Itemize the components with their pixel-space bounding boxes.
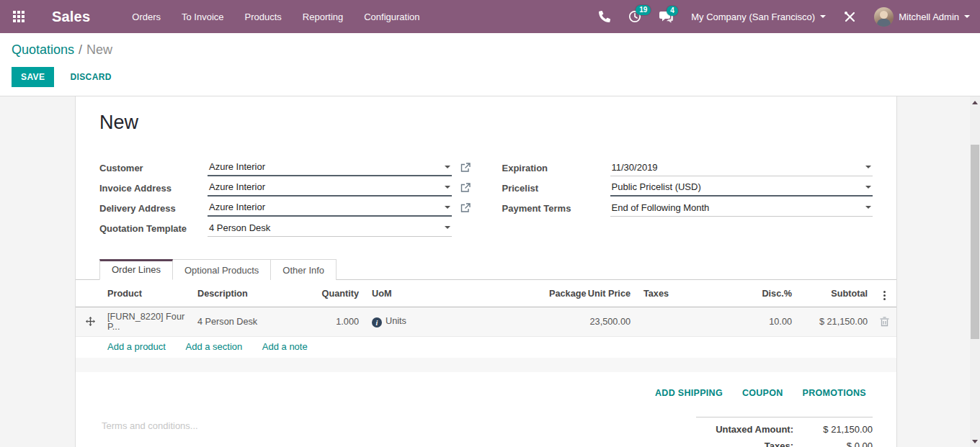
developer-tools-icon[interactable]: [844, 11, 856, 23]
scroll-down-icon[interactable]: [972, 440, 978, 443]
nav-reporting[interactable]: Reporting: [303, 12, 343, 22]
col-product[interactable]: Product: [104, 280, 195, 307]
activities-icon[interactable]: 19: [628, 10, 641, 23]
order-lines-table: Product Description Quantity UoM Package…: [76, 280, 897, 372]
quotation-template-label: Quotation Template: [99, 223, 208, 234]
tab-other-info[interactable]: Other Info: [271, 259, 337, 280]
untaxed-amount-value: $ 21,150.00: [793, 424, 873, 435]
nav-orders[interactable]: Orders: [132, 12, 161, 22]
totals-summary: Untaxed Amount: $ 21,150.00 Taxes: $ 0.0…: [696, 417, 873, 447]
phone-icon[interactable]: [599, 11, 610, 22]
invoice-address-input[interactable]: Azure Interior: [208, 179, 452, 197]
page-title: New: [99, 112, 873, 134]
user-avatar: [874, 7, 894, 27]
quotation-template-field: Quotation Template 4 Person Desk: [99, 218, 471, 238]
delete-line-icon[interactable]: [880, 317, 889, 328]
delivery-address-input[interactable]: Azure Interior: [208, 199, 452, 217]
save-button[interactable]: SAVE: [12, 67, 54, 87]
col-subtotal[interactable]: Subtotal: [795, 280, 870, 307]
payment-terms-field: Payment Terms End of Following Month: [502, 198, 873, 218]
invoice-address-external-link-icon[interactable]: [452, 183, 471, 193]
optional-columns-icon[interactable]: [882, 289, 887, 302]
cell-discount[interactable]: 10.00: [717, 307, 795, 337]
chevron-down-icon: [820, 15, 826, 18]
taxes-label: Taxes:: [765, 441, 793, 447]
user-name: Mitchell Admin: [899, 12, 959, 22]
add-section-link[interactable]: Add a section: [185, 341, 242, 352]
tab-order-lines[interactable]: Order Lines: [99, 259, 173, 280]
col-uom[interactable]: UoM: [362, 280, 455, 307]
add-product-link[interactable]: Add a product: [107, 341, 166, 352]
breadcrumb-quotations[interactable]: Quotations: [12, 42, 74, 57]
order-line-row: [FURN_8220] Four P... 4 Person Desk 1.00…: [76, 307, 897, 337]
nav-configuration[interactable]: Configuration: [364, 12, 419, 22]
col-unit-price[interactable]: Unit Price: [582, 280, 633, 307]
expiration-input[interactable]: 11/30/2019: [610, 160, 873, 176]
dropdown-caret-icon: [865, 166, 871, 168]
untaxed-amount-label: Untaxed Amount:: [716, 424, 793, 435]
terms-placeholder[interactable]: Terms and conditions...: [102, 420, 198, 431]
taxes-value: $ 0.00: [793, 441, 873, 447]
cell-taxes[interactable]: [633, 307, 717, 337]
cell-description[interactable]: 4 Person Desk: [195, 307, 310, 337]
coupon-button[interactable]: COUPON: [742, 388, 783, 398]
table-header-row: Product Description Quantity UoM Package…: [76, 280, 897, 307]
customer-input[interactable]: Azure Interior: [208, 159, 452, 176]
apps-menu-icon[interactable]: [12, 9, 26, 24]
scrollbar-thumb[interactable]: [971, 145, 979, 339]
cell-subtotal[interactable]: $ 21,150.00: [795, 307, 870, 337]
dropdown-caret-icon: [445, 166, 450, 168]
discard-button[interactable]: DISCARD: [67, 67, 114, 87]
invoice-address-label: Invoice Address: [99, 183, 208, 194]
customer-label: Customer: [99, 163, 208, 173]
col-taxes[interactable]: Taxes: [633, 280, 717, 307]
messages-badge: 4: [667, 6, 678, 16]
col-description[interactable]: Description: [195, 280, 310, 307]
nav-products[interactable]: Products: [245, 12, 282, 22]
messages-icon[interactable]: 4: [659, 11, 673, 23]
nav-to-invoice[interactable]: To Invoice: [182, 12, 224, 22]
quotation-sheet: New Customer Azure Interior: [75, 96, 897, 447]
top-navbar: Sales Orders To Invoice Products Reporti…: [0, 0, 980, 33]
expiration-label: Expiration: [502, 163, 610, 173]
breadcrumb: Quotations/New: [12, 42, 968, 58]
notebook-tabs: Order Lines Optional Products Other Info: [76, 259, 896, 280]
dropdown-caret-icon: [445, 186, 450, 189]
cell-uom[interactable]: iUnits: [362, 307, 455, 337]
pricelist-label: Pricelist: [502, 183, 610, 194]
scroll-up-icon[interactable]: [972, 101, 978, 104]
quotation-template-input[interactable]: 4 Person Desk: [208, 220, 452, 237]
sale-extra-buttons: ADD SHIPPING COUPON PROMOTIONS: [655, 388, 866, 398]
cell-product[interactable]: [FURN_8220] Four P...: [104, 307, 195, 337]
app-brand[interactable]: Sales: [52, 9, 90, 25]
delivery-address-external-link-icon[interactable]: [452, 203, 471, 213]
grid-icon: [13, 11, 24, 22]
cell-unit-price[interactable]: 23,500.00: [582, 307, 633, 337]
company-name: My Company (San Francisco): [691, 12, 815, 22]
col-quantity[interactable]: Quantity: [310, 280, 362, 307]
dropdown-caret-icon: [445, 226, 450, 229]
company-switcher[interactable]: My Company (San Francisco): [691, 12, 826, 22]
activities-badge: 19: [636, 5, 651, 15]
col-discount[interactable]: Disc.%: [717, 280, 795, 307]
uom-info-icon: i: [372, 317, 382, 328]
tab-optional-products[interactable]: Optional Products: [173, 259, 271, 280]
promotions-button[interactable]: PROMOTIONS: [803, 388, 866, 398]
add-note-link[interactable]: Add a note: [262, 341, 308, 352]
chevron-down-icon: [964, 15, 970, 18]
dropdown-caret-icon: [445, 206, 450, 209]
untaxed-amount-row: Untaxed Amount: $ 21,150.00: [696, 421, 873, 438]
customer-external-link-icon[interactable]: [452, 163, 471, 173]
pricelist-input[interactable]: Public Pricelist (USD): [610, 179, 873, 197]
invoice-address-field: Invoice Address Azure Interior: [99, 178, 471, 198]
user-menu[interactable]: Mitchell Admin: [874, 7, 970, 27]
vertical-scrollbar[interactable]: [970, 96, 980, 447]
drag-handle-icon[interactable]: [86, 317, 95, 327]
cell-package[interactable]: [455, 307, 582, 337]
payment-terms-input[interactable]: End of Following Month: [610, 200, 873, 217]
quotation-form: Customer Azure Interior Invoice Address: [99, 158, 873, 238]
add-shipping-button[interactable]: ADD SHIPPING: [655, 388, 723, 398]
cell-quantity[interactable]: 1.000: [310, 307, 362, 337]
delivery-address-label: Delivery Address: [99, 203, 208, 214]
col-package[interactable]: Package: [455, 280, 582, 307]
